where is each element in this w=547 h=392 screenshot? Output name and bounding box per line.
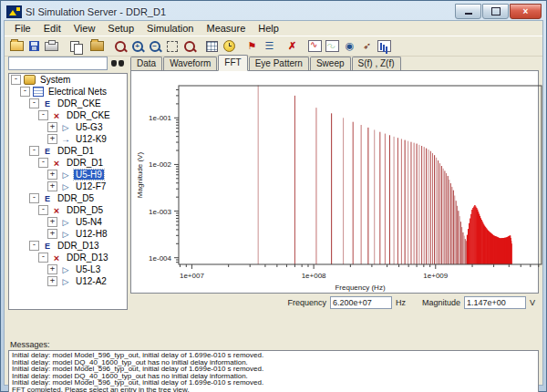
- tree-item-u12-a2[interactable]: +U12-A2: [9, 275, 127, 287]
- system-tree[interactable]: -System -Electrical Nets -DDR_CKE -DDR_C…: [8, 73, 128, 310]
- menu-bar: File Edit View Setup Simulation Measure …: [5, 21, 542, 36]
- net-icon: [42, 193, 53, 203]
- tab-fft[interactable]: FFT: [218, 55, 247, 71]
- svg-text:1e-003: 1e-003: [149, 208, 171, 216]
- zoom-region-icon: [115, 41, 126, 52]
- tree-item-u5-h9-selected[interactable]: +U5-H9: [9, 169, 127, 181]
- eye-pattern-chart-icon: [325, 40, 339, 52]
- menu-measure[interactable]: Measure: [200, 22, 252, 35]
- magnitude-label: Magnitude: [422, 298, 460, 307]
- clock-button[interactable]: [221, 38, 238, 55]
- eye-mask-button[interactable]: ◉: [341, 38, 358, 55]
- tree-item-u12-h8[interactable]: +U12-H8: [9, 228, 127, 240]
- messages-label: Messages:: [10, 340, 50, 349]
- zoom-out-icon: −: [150, 41, 160, 52]
- fft-chart-panel[interactable]: 1e+0071e+0081e+0091e-0011e-0021e-0031e-0…: [130, 70, 539, 294]
- grid-icon: [206, 41, 218, 52]
- tree-item-u12-k9[interactable]: +U12-K9: [9, 133, 127, 145]
- menu-simulation[interactable]: Simulation: [140, 22, 200, 35]
- zoom-cursor-button[interactable]: [181, 38, 198, 55]
- copy-icon: [70, 41, 79, 52]
- fft-chart-icon: [377, 40, 391, 52]
- tree-item-u5-n4[interactable]: +U5-N4: [9, 216, 127, 228]
- zoom-in-button[interactable]: +: [129, 38, 146, 55]
- tree-item-electrical-nets[interactable]: -Electrical Nets: [9, 86, 127, 98]
- magnitude-value: 1.147e+00: [464, 296, 526, 309]
- zoom-fit-button[interactable]: [163, 38, 181, 55]
- svg-text:1e+007: 1e+007: [180, 272, 204, 280]
- probe-button[interactable]: ➶: [358, 38, 376, 55]
- find-button[interactable]: [108, 57, 128, 71]
- tab-sweep[interactable]: Sweep: [310, 57, 351, 70]
- svg-text:1e-001: 1e-001: [149, 114, 171, 122]
- menu-help[interactable]: Help: [252, 22, 285, 35]
- abort-button[interactable]: ✗: [284, 38, 301, 55]
- buffer-icon: [60, 181, 71, 191]
- zoom-cursor-icon: [184, 41, 195, 52]
- menu-setup[interactable]: Setup: [101, 22, 140, 35]
- net-icon: [42, 146, 53, 156]
- tree-item-ddr-cke-topology[interactable]: -DDR_CKE: [9, 109, 127, 121]
- menu-edit[interactable]: Edit: [37, 22, 67, 35]
- svg-text:1e-002: 1e-002: [149, 160, 171, 169]
- tree-item-ddr-d1-topology[interactable]: -DDR_D1: [9, 157, 127, 169]
- minimize-button[interactable]: [455, 4, 481, 19]
- import-folder-button[interactable]: [88, 38, 106, 55]
- net-icon: [42, 98, 53, 108]
- buffer-icon: [60, 264, 71, 274]
- messages-log[interactable]: Initial delay: model Model_596_typ_out, …: [8, 350, 539, 392]
- eye-icon: ◉: [346, 41, 355, 51]
- fft-chart-button[interactable]: [376, 38, 393, 55]
- tree-item-ddr-d1[interactable]: -DDR_D1: [9, 145, 127, 157]
- topology-icon: [51, 253, 62, 263]
- waveform-chart-button[interactable]: [306, 38, 324, 55]
- tree-item-system[interactable]: -System: [9, 74, 127, 86]
- maximize-button[interactable]: [482, 4, 509, 19]
- frequency-unit: Hz: [396, 298, 406, 307]
- frequency-value: 6.200e+07: [330, 296, 392, 309]
- run-simulation-button[interactable]: ⚑: [243, 38, 261, 55]
- result-pane: Data Waveform FFT Eye Pattern Sweep S(f)…: [130, 56, 539, 310]
- svg-text:1e+009: 1e+009: [423, 272, 448, 280]
- buffer-icon: [60, 122, 71, 132]
- zoom-region-button[interactable]: [111, 38, 129, 55]
- fft-chart[interactable]: 1e+0071e+0081e+0091e-0011e-0021e-0031e-0…: [131, 71, 546, 299]
- client-area: File Edit View Setup Simulation Measure …: [4, 20, 543, 386]
- tree-item-u5-l3[interactable]: +U5-L3: [9, 263, 127, 275]
- zoom-fit-icon: [167, 41, 178, 52]
- tree-item-ddr-d5-topology[interactable]: -DDR_D5: [9, 204, 127, 216]
- zoom-out-button[interactable]: −: [146, 38, 163, 55]
- tab-sf-zf[interactable]: S(f) , Z(f): [352, 57, 401, 70]
- tab-data[interactable]: Data: [130, 57, 162, 70]
- minimize-icon: [465, 13, 472, 15]
- close-button[interactable]: ×: [510, 4, 542, 19]
- batch-run-button[interactable]: ☰: [261, 38, 278, 55]
- result-tabs: Data Waveform FFT Eye Pattern Sweep S(f)…: [130, 56, 539, 70]
- menu-file[interactable]: File: [8, 22, 37, 35]
- copy-button[interactable]: [66, 38, 83, 55]
- tree-item-ddr-d13[interactable]: -DDR_D13: [9, 240, 127, 252]
- grid-button[interactable]: [203, 38, 221, 55]
- menu-view[interactable]: View: [67, 22, 102, 35]
- tree-search-input[interactable]: [8, 57, 108, 70]
- open-button[interactable]: [8, 38, 26, 55]
- tree-item-ddr-cke[interactable]: -DDR_CKE: [9, 98, 127, 109]
- svg-text:Frequency (Hz): Frequency (Hz): [335, 284, 385, 292]
- magnitude-unit: V: [530, 298, 535, 307]
- buffer-icon: [60, 217, 71, 227]
- tab-waveform[interactable]: Waveform: [163, 57, 217, 70]
- save-button[interactable]: [26, 38, 43, 55]
- binoculars-icon: [111, 59, 124, 67]
- buffer-icon: [60, 229, 71, 239]
- tree-item-u12-f7[interactable]: +U12-F7: [9, 181, 127, 192]
- tree-item-ddr-d13-topology[interactable]: -DDR_D13: [9, 252, 127, 263]
- nets-icon: [33, 87, 44, 97]
- print-button[interactable]: [43, 38, 60, 55]
- eye-pattern-chart-button[interactable]: [324, 38, 341, 55]
- abort-icon: ✗: [288, 41, 296, 51]
- cursor-readout: Frequency 6.200e+07 Hz Magnitude 1.147e+…: [130, 294, 539, 310]
- tree-item-ddr-d5[interactable]: -DDR_D5: [9, 192, 127, 204]
- save-icon: [29, 41, 39, 51]
- tree-item-u5-g3[interactable]: +U5-G3: [9, 121, 127, 133]
- tab-eye-pattern[interactable]: Eye Pattern: [249, 57, 309, 70]
